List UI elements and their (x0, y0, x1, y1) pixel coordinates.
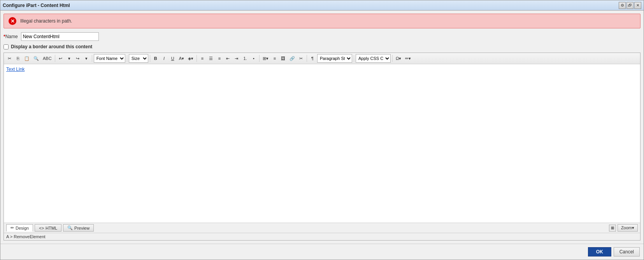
main-window: Configure iPart - Content Html ⚙ 🗗 ✕ ✕ I… (0, 0, 644, 260)
tab-group: ✏ Design <> HTML 🔍 Preview (6, 224, 94, 232)
title-bar: Configure iPart - Content Html ⚙ 🗗 ✕ (0, 0, 644, 11)
close-button[interactable]: ✕ (634, 2, 641, 9)
font-size-select[interactable]: Size (129, 54, 148, 63)
zoom-button[interactable]: Zoom▾ (618, 224, 638, 232)
align-center-button[interactable]: ☰ (207, 54, 215, 63)
error-message: Illegal characters in path. (20, 18, 72, 24)
editor-link[interactable]: Text Link (6, 67, 25, 72)
window-title: Configure iPart - Content Html (3, 3, 70, 8)
name-label: Name (5, 34, 18, 39)
border-checkbox[interactable] (4, 44, 9, 49)
image-button[interactable]: 🖼 (279, 54, 287, 63)
align-right-button[interactable]: ≡ (216, 54, 223, 63)
indent-button[interactable]: ⇥ (233, 54, 240, 63)
sep9 (392, 55, 393, 62)
ordered-list-button[interactable]: 1. (241, 54, 249, 63)
find-button[interactable]: 🔍 (32, 54, 40, 63)
paste-button[interactable]: 📋 (23, 54, 31, 63)
outdent-button[interactable]: ⇤ (224, 54, 232, 63)
sep3 (127, 55, 127, 62)
border-label: Display a border around this content (11, 44, 92, 49)
redo-button[interactable]: ↪ (74, 54, 82, 63)
sep8 (354, 55, 354, 62)
bg-color-button[interactable]: ◈▾ (186, 54, 195, 63)
unlink-button[interactable]: ✂ (297, 54, 305, 63)
preview-icon: 🔍 (67, 225, 73, 230)
cut-button[interactable]: ✂ (5, 54, 13, 63)
paragraph-style-select[interactable]: Paragraph St... (317, 54, 352, 63)
breadcrumb: A > RemoveElement (4, 233, 640, 240)
editor-container: ✂ ⎘ 📋 🔍 ABC ↩ ▾ ↪ ▾ Font Name Size (4, 53, 640, 241)
title-bar-buttons: ⚙ 🗗 ✕ (619, 2, 641, 9)
undo-button[interactable]: ↩ (57, 54, 65, 63)
zoom-icon: ⊞ (609, 225, 616, 232)
link-button[interactable]: 🔗 (288, 54, 297, 63)
redo-dropdown[interactable]: ▾ (82, 54, 90, 63)
special-char-button[interactable]: Ω▾ (394, 54, 403, 63)
font-name-select[interactable]: Font Name (94, 54, 125, 63)
html-icon: <> (39, 226, 44, 230)
align-left-button[interactable]: ≡ (198, 54, 206, 63)
editor-body[interactable]: Text Link (4, 64, 640, 223)
design-icon: ✏ (11, 225, 14, 230)
undo-dropdown[interactable]: ▾ (65, 54, 73, 63)
preview-tab[interactable]: 🔍 Preview (63, 224, 94, 232)
border-checkbox-row: Display a border around this content (4, 44, 640, 49)
zoom-label: Zoom (621, 225, 632, 230)
apply-css-select[interactable]: Apply CSS Cl... (356, 54, 391, 63)
unordered-list-button[interactable]: • (250, 54, 258, 63)
restore-button[interactable]: 🗗 (626, 2, 633, 9)
sep2 (92, 55, 92, 62)
editor-footer: ✏ Design <> HTML 🔍 Preview ⊞ (4, 223, 640, 240)
table-row-button[interactable]: ≡ (271, 54, 279, 63)
underline-button[interactable]: U (169, 54, 177, 63)
error-banner: ✕ Illegal characters in path. (4, 14, 640, 28)
sep1 (55, 55, 55, 62)
font-color-button[interactable]: A▾ (177, 54, 186, 63)
source-button[interactable]: ✏▾ (404, 54, 412, 63)
paragraph-button[interactable]: ¶ (309, 54, 316, 63)
zoom-group: ⊞ Zoom▾ (609, 224, 638, 232)
copy-button[interactable]: ⎘ (14, 54, 22, 63)
sep5 (197, 55, 197, 62)
preview-tab-label: Preview (74, 226, 89, 230)
content-area: ✕ Illegal characters in path. * Name Dis… (0, 11, 644, 244)
name-row: * Name (4, 32, 640, 41)
sep4 (150, 55, 150, 62)
name-input[interactable] (21, 32, 99, 41)
editor-toolbar: ✂ ⎘ 📋 🔍 ABC ↩ ▾ ↪ ▾ Font Name Size (4, 53, 640, 64)
settings-button[interactable]: ⚙ (619, 2, 626, 9)
html-tab[interactable]: <> HTML (35, 224, 61, 232)
sep6 (259, 55, 260, 62)
footer-area: OK Cancel (0, 244, 644, 260)
html-tab-label: HTML (46, 226, 57, 230)
tab-row: ✏ Design <> HTML 🔍 Preview ⊞ (4, 223, 640, 233)
design-tab-label: Design (16, 226, 29, 230)
error-icon: ✕ (9, 17, 16, 25)
italic-button[interactable]: I (160, 54, 168, 63)
spell-button[interactable]: ABC (41, 54, 53, 63)
ok-button[interactable]: OK (588, 247, 611, 256)
bold-button[interactable]: B (152, 54, 160, 63)
design-tab[interactable]: ✏ Design (6, 224, 33, 232)
table-button[interactable]: ⊞▾ (261, 54, 270, 63)
sep7 (307, 55, 307, 62)
cancel-button[interactable]: Cancel (614, 247, 640, 256)
